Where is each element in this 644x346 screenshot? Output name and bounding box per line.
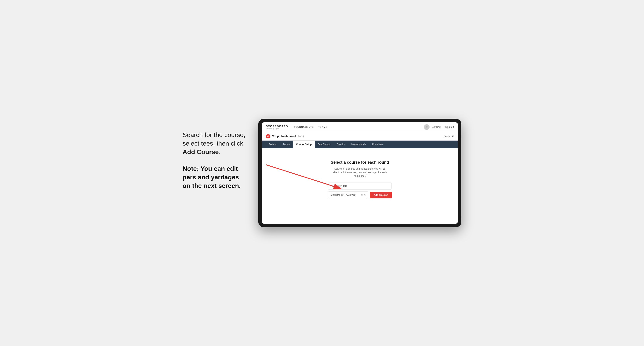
user-name: Test User — [431, 126, 441, 129]
tab-details[interactable]: Details — [266, 141, 280, 148]
cancel-icon: ✕ — [452, 135, 454, 138]
nav-links: TOURNAMENTS TEAMS — [294, 126, 327, 129]
select-controls: ✕ ⌃⌄ — [361, 194, 366, 196]
tab-course-setup[interactable]: Course Setup — [293, 141, 315, 148]
cancel-label: Cancel — [444, 135, 451, 138]
tournament-icon: C — [266, 134, 270, 138]
tab-results[interactable]: Results — [334, 141, 348, 148]
select-clear-icon[interactable]: ✕ — [361, 194, 363, 196]
course-form: Gold (M) (M) (7010 yds) ✕ ⌃⌄ Add Course — [328, 182, 392, 198]
nav-teams[interactable]: TEAMS — [318, 126, 328, 129]
tournament-gender: (Men) — [298, 135, 304, 138]
tab-tee-groups[interactable]: Tee Groups — [315, 141, 334, 148]
annotation-panel: Search for the course, select tees, then… — [182, 119, 246, 190]
add-course-button[interactable]: Add Course — [370, 192, 392, 198]
tee-select-wrapper: Gold (M) (M) (7010 yds) ✕ ⌃⌄ — [328, 191, 368, 198]
user-avatar: T — [424, 124, 430, 130]
logo-area: SCOREBOARD Powered by clippd — [266, 125, 288, 130]
logo-subtitle: Powered by clippd — [266, 128, 288, 130]
course-search-input[interactable] — [328, 182, 392, 189]
navbar-left: SCOREBOARD Powered by clippd TOURNAMENTS… — [266, 125, 327, 130]
tournament-header: C Clippd Invitational (Men) Cancel ✕ — [262, 132, 458, 141]
nav-separator: | — [443, 126, 444, 129]
navbar: SCOREBOARD Powered by clippd TOURNAMENTS… — [262, 122, 458, 132]
tab-navigation: Details Teams Course Setup Tee Groups Re… — [262, 141, 458, 148]
section-description: Search for a course and select a tee. Yo… — [332, 167, 388, 178]
navbar-right: T Test User | Sign out — [424, 124, 454, 130]
main-content: Select a course for each round Search fo… — [262, 148, 458, 224]
tablet-frame: SCOREBOARD Powered by clippd TOURNAMENTS… — [258, 119, 462, 227]
tab-printables[interactable]: Printables — [369, 141, 386, 148]
section-title: Select a course for each round — [331, 160, 389, 165]
annotation-text-2: Note: You can edit pars and yardages on … — [182, 165, 246, 190]
tablet-screen: SCOREBOARD Powered by clippd TOURNAMENTS… — [262, 122, 458, 224]
annotation-text-1: Search for the course, select tees, then… — [182, 131, 246, 157]
select-arrow-icon: ⌃⌄ — [364, 194, 366, 196]
tournament-name: Clippd Invitational — [272, 135, 296, 138]
logo-title: SCOREBOARD — [266, 125, 288, 128]
tee-select-row: Gold (M) (M) (7010 yds) ✕ ⌃⌄ Add Course — [328, 191, 392, 198]
nav-tournaments[interactable]: TOURNAMENTS — [294, 126, 314, 129]
tab-leaderboards[interactable]: Leaderboards — [348, 141, 369, 148]
tournament-title: C Clippd Invitational (Men) — [266, 134, 304, 138]
cancel-button[interactable]: Cancel ✕ — [444, 135, 454, 138]
tab-teams[interactable]: Teams — [280, 141, 293, 148]
sign-out-link[interactable]: Sign out — [445, 126, 454, 129]
